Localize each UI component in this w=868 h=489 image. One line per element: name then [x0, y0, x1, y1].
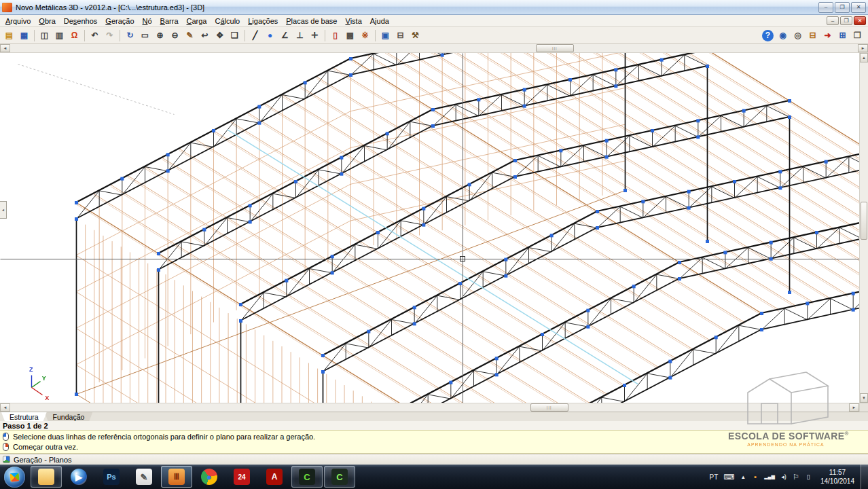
selection-button[interactable]: ▯	[328, 29, 342, 42]
open-button[interactable]: ▤	[2, 29, 16, 42]
tools-button[interactable]: ⚒	[408, 29, 422, 42]
taskbar-chrome[interactable]: ●	[194, 466, 225, 488]
notes-icon: ✎	[136, 469, 152, 485]
menu-carga[interactable]: Carga	[183, 16, 211, 26]
taskbar-clock[interactable]: 11:57 14/10/2014	[814, 468, 861, 486]
action-center-icon[interactable]: ⚐	[793, 473, 799, 482]
pan-button[interactable]: ✥	[213, 29, 227, 42]
web-button[interactable]: ◎	[791, 29, 805, 42]
instruction-row: Começar outra vez.	[0, 443, 868, 451]
mdi-restore-button[interactable]: ❐	[840, 16, 852, 25]
right-scrollbar[interactable]: ▲ ▼	[859, 53, 868, 403]
app-icon[interactable]	[2, 3, 12, 12]
windows-button[interactable]: ❐	[850, 29, 865, 42]
menu-placas-de-base[interactable]: Placas de base	[282, 16, 341, 26]
grid-button[interactable]: ▩	[343, 29, 357, 42]
bottom-scrollbar[interactable]: ◄ ||| ►	[0, 403, 868, 412]
panels-button[interactable]: ⊞	[835, 29, 850, 42]
print-view-button[interactable]: ⊟	[806, 29, 820, 42]
3d-viewport[interactable]	[0, 53, 859, 403]
full-screen-button[interactable]: ❏	[228, 29, 242, 42]
keyboard-icon[interactable]: ⌨	[723, 473, 734, 482]
save-button[interactable]: ▦	[17, 29, 31, 42]
statusbar-text: Geração - Planos	[14, 456, 72, 464]
show-desktop-button[interactable]	[861, 465, 868, 489]
right-scroll-track[interactable]	[860, 62, 868, 393]
zoom-in-button[interactable]: ⊕	[153, 29, 167, 42]
tab-estrutura[interactable]: Estrutura	[1, 412, 47, 421]
menu-obra[interactable]: Obra	[35, 16, 59, 26]
report-button[interactable]: ▥	[52, 29, 67, 42]
top-scroll-thumb[interactable]: |||	[536, 44, 574, 52]
chrome-icon: ●	[201, 469, 217, 485]
scroll-right-arrow-icon[interactable]: ►	[858, 44, 868, 52]
antivirus-icon[interactable]: ▪	[752, 473, 759, 481]
undo-button[interactable]: ↶	[88, 29, 102, 42]
maximize-button[interactable]: ❐	[835, 2, 850, 13]
redo-button[interactable]: ↷	[103, 29, 117, 42]
tab-fundacao[interactable]: Fundação	[45, 412, 93, 421]
help-button[interactable]: ?	[762, 30, 774, 41]
menu-geracao[interactable]: Geração	[101, 16, 138, 26]
taskbar-pdf24[interactable]: 24	[226, 466, 257, 488]
zoom-out-button[interactable]: ⊖	[168, 29, 182, 42]
menu-ligacoes[interactable]: Ligações	[244, 16, 282, 26]
generation-icon	[3, 456, 10, 463]
volume-icon[interactable]: ◂)	[780, 473, 787, 480]
scroll-up-arrow-icon[interactable]: ▲	[860, 53, 868, 62]
scroll-left-arrow-icon[interactable]: ◄	[0, 403, 10, 412]
obra-button[interactable]: Ω	[67, 29, 82, 42]
menu-no[interactable]: Nó	[139, 16, 156, 26]
drawings-button[interactable]: ◫	[37, 29, 52, 42]
reference-button[interactable]: ※	[358, 29, 372, 42]
intersection-button[interactable]: ✛	[308, 29, 322, 42]
print-button[interactable]: ⊟	[393, 29, 408, 42]
right-scroll-thumb[interactable]	[861, 202, 867, 240]
menu-calculo[interactable]: Cálculo	[211, 16, 245, 26]
network-icon[interactable]: ▂▄▆	[764, 474, 775, 479]
top-scrollbar[interactable]: ◄ ||| ►	[0, 44, 868, 53]
close-button[interactable]: ✕	[851, 2, 866, 13]
bottom-scroll-track[interactable]: |||	[10, 403, 849, 412]
menu-vista[interactable]: Vista	[341, 16, 365, 26]
taskbar-metalicas-3d[interactable]: Ⅲ	[161, 466, 192, 488]
top-scroll-track[interactable]: |||	[10, 44, 858, 52]
show-hidden-icons[interactable]: ▴	[740, 473, 746, 480]
previous-zoom-button[interactable]: ↩	[198, 29, 212, 42]
taskbar-notes[interactable]: ✎	[128, 466, 160, 488]
minimize-button[interactable]: –	[818, 2, 833, 13]
menu-ajuda[interactable]: Ajuda	[366, 16, 393, 26]
bottom-scroll-thumb[interactable]: |||	[530, 403, 568, 412]
scroll-right-arrow-icon[interactable]: ►	[849, 403, 859, 412]
menu-barra[interactable]: Barra	[156, 16, 183, 26]
scroll-down-arrow-icon[interactable]: ▼	[860, 393, 868, 403]
measure-button[interactable]: ✎	[183, 29, 197, 42]
taskbar-explorer[interactable]	[31, 466, 62, 488]
language-indicator[interactable]: PT	[710, 473, 719, 481]
mdi-minimize-button[interactable]: –	[827, 16, 839, 25]
scroll-left-arrow-icon[interactable]: ◄	[0, 44, 10, 52]
exit-button[interactable]: ➜	[820, 29, 835, 42]
taskbar-camtasia-recorder[interactable]: C	[291, 466, 323, 488]
new-node-button[interactable]: ●	[263, 29, 277, 42]
menu-desenhos[interactable]: Desenhos	[60, 16, 102, 26]
taskbar-photoshop[interactable]: Ps	[96, 466, 127, 488]
metalicas-3d-icon: Ⅲ	[168, 469, 185, 485]
views-button[interactable]: ▣	[378, 29, 393, 42]
orthogonal-button[interactable]: ⊥	[293, 29, 307, 42]
taskbar-media-player[interactable]: ▶	[63, 466, 94, 488]
instruction-text: Selecione duas linhas de referência orto…	[13, 433, 315, 441]
dimension-button[interactable]: ∠	[278, 29, 292, 42]
redraw-button[interactable]: ↻	[123, 29, 137, 42]
online-help-button[interactable]: ◉	[776, 29, 790, 42]
power-icon[interactable]: ▯	[805, 473, 812, 480]
taskbar-adobe-reader[interactable]: A	[259, 466, 290, 488]
camtasia-recorder-icon: C	[299, 469, 315, 485]
menu-arquivo[interactable]: Arquivo	[1, 16, 35, 26]
new-bar-button[interactable]: ╱	[248, 29, 262, 42]
zoom-window-button[interactable]: ▭	[138, 29, 152, 42]
start-button[interactable]	[4, 467, 25, 488]
mdi-close-button[interactable]: ✕	[854, 16, 866, 25]
panel-collapse-handle[interactable]: ◄	[0, 201, 7, 219]
taskbar-camtasia-studio[interactable]: C	[324, 466, 355, 488]
